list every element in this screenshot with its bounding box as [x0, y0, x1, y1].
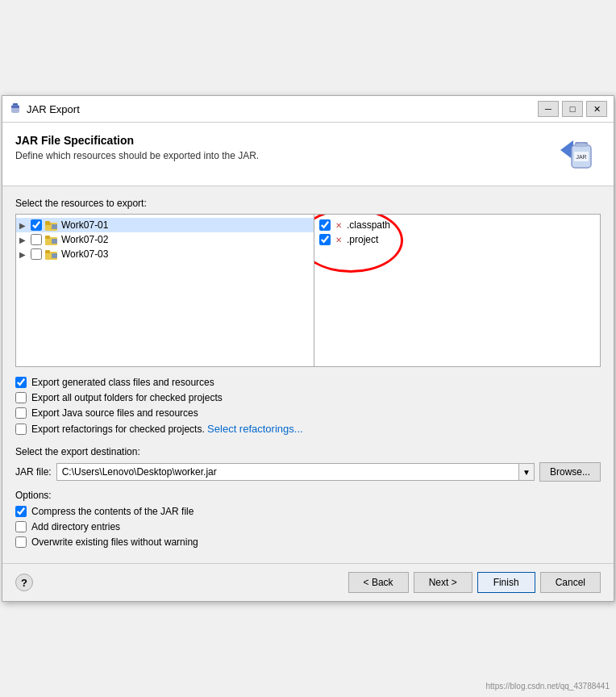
file-icon-project: ✕	[333, 236, 344, 244]
tree-arrow-work02: ▶	[19, 236, 31, 244]
options-section: Options: Compress the contents of the JA…	[15, 490, 601, 548]
finish-button[interactable]: Finish	[477, 572, 535, 593]
export-checkbox-2[interactable]	[15, 392, 27, 403]
export-option-3: Export Java source files and resources	[15, 407, 601, 419]
resource-section-label: Select the resources to export:	[15, 198, 601, 209]
tree-item-work01[interactable]: ▶ Work07-01	[16, 218, 314, 232]
dir-checkbox[interactable]	[15, 521, 27, 532]
tree-panel[interactable]: ▶ Work07-01 ▶	[16, 215, 314, 366]
export-option-1: Export generated class files and resourc…	[15, 377, 601, 388]
svg-rect-19	[45, 250, 50, 253]
tree-item-work03[interactable]: ▶ Work07-03	[16, 247, 314, 261]
export-label-3[interactable]: Export Java source files and resources	[31, 407, 198, 419]
select-refactorings-link[interactable]: Select refactorings...	[207, 423, 303, 435]
svg-point-8	[575, 144, 588, 148]
title-bar: JAR Export ─ □ ✕	[2, 96, 614, 123]
tree-checkbox-work02[interactable]	[31, 234, 42, 245]
tree-arrow-work01: ▶	[19, 221, 31, 230]
tree-checkbox-work03[interactable]	[31, 248, 42, 260]
folder-icon-work03	[44, 248, 59, 260]
help-button[interactable]: ?	[15, 574, 33, 591]
title-bar-controls: ─ □ ✕	[538, 101, 607, 117]
svg-rect-20	[52, 253, 57, 258]
dialog-footer: ? < Back Next > Finish Cancel	[2, 563, 614, 601]
export-option-4: Export refactorings for checked projects…	[15, 423, 601, 435]
minimize-button[interactable]: ─	[538, 101, 559, 117]
cancel-button[interactable]: Cancel	[540, 572, 601, 593]
overwrite-label[interactable]: Overwrite existing files without warning	[31, 536, 198, 548]
file-checkbox-project[interactable]	[319, 234, 331, 245]
option-compress: Compress the contents of the JAR file	[15, 506, 601, 517]
file-icon-classpath: ✕	[333, 221, 344, 230]
export-checkbox-4[interactable]	[15, 424, 27, 435]
file-item-project[interactable]: ✕ .project	[314, 232, 600, 247]
export-label-1[interactable]: Export generated class files and resourc…	[31, 377, 214, 388]
next-button[interactable]: Next >	[414, 572, 472, 593]
svg-text:JAR: JAR	[576, 154, 586, 160]
dialog-title: JAR Export	[27, 103, 538, 115]
destination-section-label: Select the export destination:	[15, 446, 601, 457]
file-label-project: .project	[347, 234, 378, 245]
export-options: Export generated class files and resourc…	[15, 377, 601, 435]
header-section: JAR File Specification Define which reso…	[2, 123, 614, 186]
file-label-classpath: .classpath	[347, 219, 390, 231]
svg-rect-4	[11, 106, 19, 108]
resource-panel: ▶ Work07-01 ▶	[15, 214, 601, 367]
back-button[interactable]: < Back	[348, 572, 409, 593]
export-label-2[interactable]: Export all output folders for checked pr…	[31, 392, 223, 403]
header-heading: JAR File Specification	[15, 134, 259, 147]
close-button[interactable]: ✕	[586, 101, 607, 117]
tree-label-work01: Work07-01	[61, 219, 108, 231]
header-description: Define which resources should be exporte…	[15, 150, 259, 161]
svg-rect-17	[52, 239, 57, 244]
destination-row: JAR file: ▼ Browse...	[15, 462, 601, 482]
tree-item-work02[interactable]: ▶ Work07-02	[16, 232, 314, 247]
main-content: Select the resources to export: ▶	[2, 186, 614, 563]
option-overwrite: Overwrite existing files without warning	[15, 536, 601, 548]
export-label-4[interactable]: Export refactorings for checked projects…	[31, 424, 207, 435]
footer-right: < Back Next > Finish Cancel	[348, 572, 601, 593]
export-checkbox-3[interactable]	[15, 407, 27, 419]
header-text: JAR File Specification Define which reso…	[15, 134, 259, 161]
jar-export-dialog: JAR Export ─ □ ✕ JAR File Specification …	[2, 95, 614, 602]
browse-button[interactable]: Browse...	[539, 462, 601, 482]
dir-label[interactable]: Add directory entries	[31, 521, 120, 532]
file-panel[interactable]: ✕ .classpath ✕ .project	[314, 215, 600, 366]
jar-file-dropdown[interactable]: ▼	[518, 464, 534, 480]
folder-icon-work01	[44, 219, 59, 231]
export-option-2: Export all output folders for checked pr…	[15, 392, 601, 403]
export-checkbox-1[interactable]	[15, 377, 27, 388]
jar-file-input[interactable]	[57, 464, 518, 480]
compress-label[interactable]: Compress the contents of the JAR file	[31, 506, 194, 517]
folder-icon-work02	[44, 234, 59, 245]
tree-arrow-work03: ▶	[19, 250, 31, 259]
tree-label-work02: Work07-02	[61, 234, 108, 245]
svg-rect-14	[52, 224, 57, 229]
jar-export-icon: JAR	[559, 134, 601, 176]
overwrite-checkbox[interactable]	[15, 536, 27, 548]
footer-left: ?	[15, 574, 33, 591]
option-dir: Add directory entries	[15, 521, 601, 532]
tree-label-work03: Work07-03	[61, 248, 108, 260]
destination-section: Select the export destination: JAR file:…	[15, 446, 601, 482]
svg-rect-16	[45, 236, 50, 239]
compress-checkbox[interactable]	[15, 506, 27, 517]
tree-checkbox-work01[interactable]	[31, 219, 42, 231]
title-bar-icon	[9, 102, 22, 115]
file-item-classpath[interactable]: ✕ .classpath	[314, 218, 600, 232]
file-checkbox-classpath[interactable]	[319, 219, 331, 231]
svg-rect-13	[45, 221, 50, 224]
jar-file-input-wrap: ▼	[56, 463, 535, 481]
maximize-button[interactable]: □	[562, 101, 583, 117]
watermark: https://blog.csdn.net/qq_43788441	[486, 682, 610, 691]
options-label: Options:	[15, 490, 601, 501]
jar-file-label: JAR file:	[15, 466, 52, 478]
